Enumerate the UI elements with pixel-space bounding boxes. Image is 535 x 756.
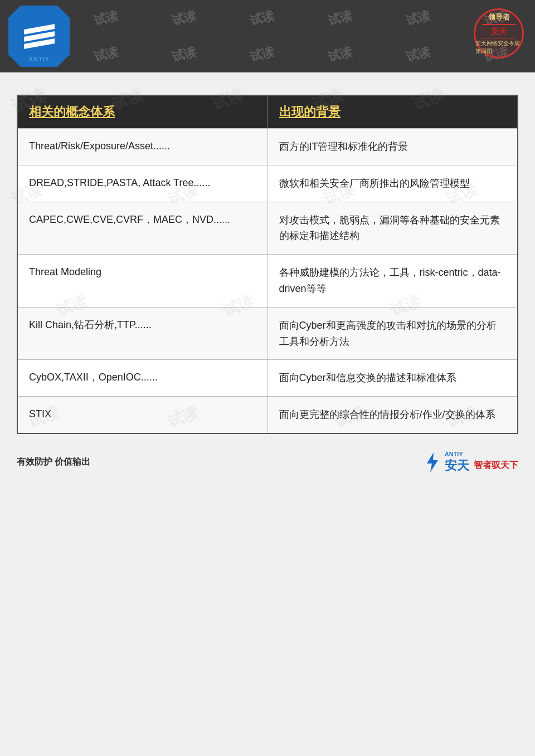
footer-antiy: ANTIY — [445, 451, 463, 457]
wm-4: 试读 — [326, 7, 354, 29]
wm-7: 试读 — [92, 43, 120, 65]
cell-right-2: 微软和相关安全厂商所推出的风险管理模型 — [268, 165, 518, 202]
cell-left-5: Kill Chain,钻石分析,TTP...... — [18, 308, 268, 360]
main-content: 试读 试读 试读 试读 试读 试读 试读 试读 试读 试读 试读 试读 试读 试… — [0, 72, 535, 451]
cell-right-4: 各种威胁建模的方法论，工具，risk-centric，data-driven等等 — [268, 255, 518, 307]
header-badge: 领导者 安天 安天网络安全令牌第四图 — [471, 6, 527, 61]
table-header: 相关的概念体系 出现的背景 — [18, 96, 517, 128]
cell-left-4: Threat Modeling — [18, 255, 268, 307]
badge-circle: 领导者 安天 安天网络安全令牌第四图 — [474, 8, 524, 58]
cell-right-6: 面向Cyber和信息交换的描述和标准体系 — [268, 360, 518, 396]
footer-brand-area: ANTIY 安天 | 智者驭天下 — [424, 451, 518, 474]
col1-header: 相关的概念体系 — [18, 96, 268, 128]
wm-10: 试读 — [326, 43, 354, 65]
wm-2: 试读 — [170, 7, 198, 29]
table-row: CAPEC,CWE,CVE,CVRF，MAEC，NVD...... 对攻击模式，… — [18, 202, 517, 255]
footer: 有效防护 价值输出 ANTIY 安天 | 智者驭天下 — [0, 434, 535, 491]
wm-1: 试读 — [92, 7, 120, 29]
cell-right-7: 面向更完整的综合性的情报分析/作业/交换的体系 — [268, 397, 518, 433]
header: ANTIY 试读 试读 试读 试读 试读 试读 试读 试读 试读 试读 试读 试… — [0, 0, 535, 72]
table-row: CybOX,TAXII，OpenIOC...... 面向Cyber和信息交换的描… — [18, 359, 517, 396]
cell-left-2: DREAD,STRIDE,PASTA, Attack Tree...... — [18, 165, 268, 202]
footer-slogan: 有效防护 价值输出 — [17, 456, 90, 468]
cell-right-5: 面向Cyber和更高强度的攻击和对抗的场景的分析工具和分析方法 — [268, 308, 518, 360]
cell-left-1: Threat/Risk/Exposure/Asset...... — [18, 129, 268, 165]
wm-11: 试读 — [404, 43, 432, 65]
cell-left-3: CAPEC,CWE,CVE,CVRF，MAEC，NVD...... — [18, 202, 268, 255]
footer-brand: 安天 — [445, 457, 469, 474]
cell-left-7: STIX — [18, 397, 268, 433]
wm-5: 试读 — [404, 7, 432, 29]
badge-bottom: 安天网络安全令牌第四图 — [475, 40, 522, 55]
table-row: STIX 面向更完整的综合性的情报分析/作业/交换的体系 — [18, 396, 517, 433]
footer-brand-sub: 智者驭天下 — [474, 460, 518, 471]
col2-header: 出现的背景 — [268, 96, 517, 128]
cell-right-1: 西方的IT管理和标准化的背景 — [268, 129, 518, 165]
wm-8: 试读 — [170, 43, 198, 65]
table-row: Kill Chain,钻石分析,TTP...... 面向Cyber和更高强度的攻… — [18, 307, 517, 360]
cell-right-3: 对攻击模式，脆弱点，漏洞等各种基础的安全元素的标定和描述结构 — [268, 202, 518, 255]
watermark-grid: 试读 试读 试读 试读 试读 试读 试读 试读 试读 试读 试读 试读 — [0, 0, 535, 72]
svg-marker-0 — [427, 452, 438, 472]
data-table: 相关的概念体系 出现的背景 Threat/Risk/Exposure/Asset… — [17, 95, 518, 434]
table-row: Threat Modeling 各种威胁建模的方法论，工具，risk-centr… — [18, 254, 517, 307]
cell-left-6: CybOX,TAXII，OpenIOC...... — [18, 360, 268, 396]
badge-mid: 安天 — [491, 27, 507, 37]
wm-9: 试读 — [248, 43, 276, 65]
logo-text: ANTIY — [28, 56, 50, 62]
table-row: Threat/Risk/Exposure/Asset...... 西方的IT管理… — [18, 128, 517, 165]
badge-top: 领导者 — [488, 12, 510, 22]
wm-3: 试读 — [248, 7, 276, 29]
logo: ANTIY — [8, 6, 70, 67]
table-row: DREAD,STRIDE,PASTA, Attack Tree...... 微软… — [18, 165, 517, 202]
lightning-icon — [424, 452, 440, 472]
